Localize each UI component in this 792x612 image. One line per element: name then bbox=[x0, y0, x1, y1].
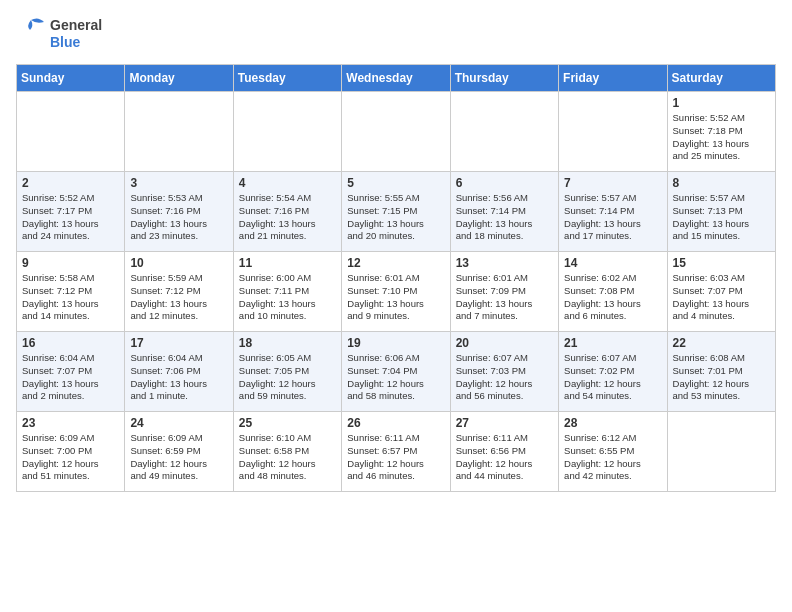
day-number: 10 bbox=[130, 256, 227, 270]
header-thursday: Thursday bbox=[450, 65, 558, 92]
day-info: Sunrise: 5:55 AM Sunset: 7:15 PM Dayligh… bbox=[347, 192, 444, 243]
calendar-cell bbox=[342, 92, 450, 172]
week-row-5: 23Sunrise: 6:09 AM Sunset: 7:00 PM Dayli… bbox=[17, 412, 776, 492]
day-info: Sunrise: 6:01 AM Sunset: 7:09 PM Dayligh… bbox=[456, 272, 553, 323]
day-number: 22 bbox=[673, 336, 770, 350]
calendar-cell: 22Sunrise: 6:08 AM Sunset: 7:01 PM Dayli… bbox=[667, 332, 775, 412]
calendar-cell bbox=[125, 92, 233, 172]
day-info: Sunrise: 5:59 AM Sunset: 7:12 PM Dayligh… bbox=[130, 272, 227, 323]
calendar-cell: 11Sunrise: 6:00 AM Sunset: 7:11 PM Dayli… bbox=[233, 252, 341, 332]
day-info: Sunrise: 6:08 AM Sunset: 7:01 PM Dayligh… bbox=[673, 352, 770, 403]
calendar-cell: 9Sunrise: 5:58 AM Sunset: 7:12 PM Daylig… bbox=[17, 252, 125, 332]
calendar-cell: 14Sunrise: 6:02 AM Sunset: 7:08 PM Dayli… bbox=[559, 252, 667, 332]
day-info: Sunrise: 6:11 AM Sunset: 6:56 PM Dayligh… bbox=[456, 432, 553, 483]
day-info: Sunrise: 6:01 AM Sunset: 7:10 PM Dayligh… bbox=[347, 272, 444, 323]
day-info: Sunrise: 5:52 AM Sunset: 7:18 PM Dayligh… bbox=[673, 112, 770, 163]
day-number: 19 bbox=[347, 336, 444, 350]
calendar-cell: 13Sunrise: 6:01 AM Sunset: 7:09 PM Dayli… bbox=[450, 252, 558, 332]
calendar-cell: 16Sunrise: 6:04 AM Sunset: 7:07 PM Dayli… bbox=[17, 332, 125, 412]
day-info: Sunrise: 6:11 AM Sunset: 6:57 PM Dayligh… bbox=[347, 432, 444, 483]
header-tuesday: Tuesday bbox=[233, 65, 341, 92]
day-number: 13 bbox=[456, 256, 553, 270]
calendar-cell bbox=[233, 92, 341, 172]
day-number: 1 bbox=[673, 96, 770, 110]
day-info: Sunrise: 5:58 AM Sunset: 7:12 PM Dayligh… bbox=[22, 272, 119, 323]
calendar-cell: 18Sunrise: 6:05 AM Sunset: 7:05 PM Dayli… bbox=[233, 332, 341, 412]
day-info: Sunrise: 6:09 AM Sunset: 6:59 PM Dayligh… bbox=[130, 432, 227, 483]
day-number: 17 bbox=[130, 336, 227, 350]
day-number: 15 bbox=[673, 256, 770, 270]
day-number: 4 bbox=[239, 176, 336, 190]
calendar-cell: 5Sunrise: 5:55 AM Sunset: 7:15 PM Daylig… bbox=[342, 172, 450, 252]
logo-bird-icon bbox=[16, 16, 46, 52]
calendar-cell: 27Sunrise: 6:11 AM Sunset: 6:56 PM Dayli… bbox=[450, 412, 558, 492]
day-info: Sunrise: 6:07 AM Sunset: 7:03 PM Dayligh… bbox=[456, 352, 553, 403]
calendar-cell: 6Sunrise: 5:56 AM Sunset: 7:14 PM Daylig… bbox=[450, 172, 558, 252]
week-row-1: 1Sunrise: 5:52 AM Sunset: 7:18 PM Daylig… bbox=[17, 92, 776, 172]
calendar-cell: 15Sunrise: 6:03 AM Sunset: 7:07 PM Dayli… bbox=[667, 252, 775, 332]
day-number: 14 bbox=[564, 256, 661, 270]
day-number: 12 bbox=[347, 256, 444, 270]
day-info: Sunrise: 5:52 AM Sunset: 7:17 PM Dayligh… bbox=[22, 192, 119, 243]
calendar-cell: 23Sunrise: 6:09 AM Sunset: 7:00 PM Dayli… bbox=[17, 412, 125, 492]
calendar-cell bbox=[667, 412, 775, 492]
page-header: General Blue bbox=[16, 16, 776, 52]
day-number: 20 bbox=[456, 336, 553, 350]
day-number: 2 bbox=[22, 176, 119, 190]
day-number: 28 bbox=[564, 416, 661, 430]
calendar-cell: 24Sunrise: 6:09 AM Sunset: 6:59 PM Dayli… bbox=[125, 412, 233, 492]
day-info: Sunrise: 5:57 AM Sunset: 7:13 PM Dayligh… bbox=[673, 192, 770, 243]
day-info: Sunrise: 6:04 AM Sunset: 7:06 PM Dayligh… bbox=[130, 352, 227, 403]
day-number: 16 bbox=[22, 336, 119, 350]
day-number: 11 bbox=[239, 256, 336, 270]
calendar-cell: 12Sunrise: 6:01 AM Sunset: 7:10 PM Dayli… bbox=[342, 252, 450, 332]
day-number: 18 bbox=[239, 336, 336, 350]
day-number: 9 bbox=[22, 256, 119, 270]
day-number: 8 bbox=[673, 176, 770, 190]
logo: General Blue bbox=[16, 16, 102, 52]
day-number: 3 bbox=[130, 176, 227, 190]
calendar-body: 1Sunrise: 5:52 AM Sunset: 7:18 PM Daylig… bbox=[17, 92, 776, 492]
calendar-cell: 28Sunrise: 6:12 AM Sunset: 6:55 PM Dayli… bbox=[559, 412, 667, 492]
calendar-table: SundayMondayTuesdayWednesdayThursdayFrid… bbox=[16, 64, 776, 492]
calendar-cell bbox=[450, 92, 558, 172]
day-info: Sunrise: 5:57 AM Sunset: 7:14 PM Dayligh… bbox=[564, 192, 661, 243]
header-wednesday: Wednesday bbox=[342, 65, 450, 92]
calendar-cell bbox=[17, 92, 125, 172]
calendar-cell bbox=[559, 92, 667, 172]
week-row-4: 16Sunrise: 6:04 AM Sunset: 7:07 PM Dayli… bbox=[17, 332, 776, 412]
day-info: Sunrise: 6:07 AM Sunset: 7:02 PM Dayligh… bbox=[564, 352, 661, 403]
day-number: 21 bbox=[564, 336, 661, 350]
day-number: 25 bbox=[239, 416, 336, 430]
day-info: Sunrise: 6:00 AM Sunset: 7:11 PM Dayligh… bbox=[239, 272, 336, 323]
day-number: 5 bbox=[347, 176, 444, 190]
day-number: 24 bbox=[130, 416, 227, 430]
day-info: Sunrise: 6:10 AM Sunset: 6:58 PM Dayligh… bbox=[239, 432, 336, 483]
calendar-cell: 21Sunrise: 6:07 AM Sunset: 7:02 PM Dayli… bbox=[559, 332, 667, 412]
calendar-header: SundayMondayTuesdayWednesdayThursdayFrid… bbox=[17, 65, 776, 92]
header-friday: Friday bbox=[559, 65, 667, 92]
day-info: Sunrise: 5:56 AM Sunset: 7:14 PM Dayligh… bbox=[456, 192, 553, 243]
calendar-cell: 1Sunrise: 5:52 AM Sunset: 7:18 PM Daylig… bbox=[667, 92, 775, 172]
day-info: Sunrise: 6:04 AM Sunset: 7:07 PM Dayligh… bbox=[22, 352, 119, 403]
calendar-cell: 20Sunrise: 6:07 AM Sunset: 7:03 PM Dayli… bbox=[450, 332, 558, 412]
calendar-cell: 17Sunrise: 6:04 AM Sunset: 7:06 PM Dayli… bbox=[125, 332, 233, 412]
day-info: Sunrise: 6:12 AM Sunset: 6:55 PM Dayligh… bbox=[564, 432, 661, 483]
day-info: Sunrise: 6:09 AM Sunset: 7:00 PM Dayligh… bbox=[22, 432, 119, 483]
header-row: SundayMondayTuesdayWednesdayThursdayFrid… bbox=[17, 65, 776, 92]
calendar-cell: 25Sunrise: 6:10 AM Sunset: 6:58 PM Dayli… bbox=[233, 412, 341, 492]
day-info: Sunrise: 6:06 AM Sunset: 7:04 PM Dayligh… bbox=[347, 352, 444, 403]
calendar-cell: 2Sunrise: 5:52 AM Sunset: 7:17 PM Daylig… bbox=[17, 172, 125, 252]
logo-blue-text: Blue bbox=[50, 34, 102, 51]
calendar-cell: 19Sunrise: 6:06 AM Sunset: 7:04 PM Dayli… bbox=[342, 332, 450, 412]
day-info: Sunrise: 5:53 AM Sunset: 7:16 PM Dayligh… bbox=[130, 192, 227, 243]
day-number: 6 bbox=[456, 176, 553, 190]
calendar-cell: 7Sunrise: 5:57 AM Sunset: 7:14 PM Daylig… bbox=[559, 172, 667, 252]
calendar-cell: 3Sunrise: 5:53 AM Sunset: 7:16 PM Daylig… bbox=[125, 172, 233, 252]
day-number: 7 bbox=[564, 176, 661, 190]
week-row-2: 2Sunrise: 5:52 AM Sunset: 7:17 PM Daylig… bbox=[17, 172, 776, 252]
week-row-3: 9Sunrise: 5:58 AM Sunset: 7:12 PM Daylig… bbox=[17, 252, 776, 332]
day-number: 26 bbox=[347, 416, 444, 430]
day-info: Sunrise: 6:02 AM Sunset: 7:08 PM Dayligh… bbox=[564, 272, 661, 323]
header-monday: Monday bbox=[125, 65, 233, 92]
